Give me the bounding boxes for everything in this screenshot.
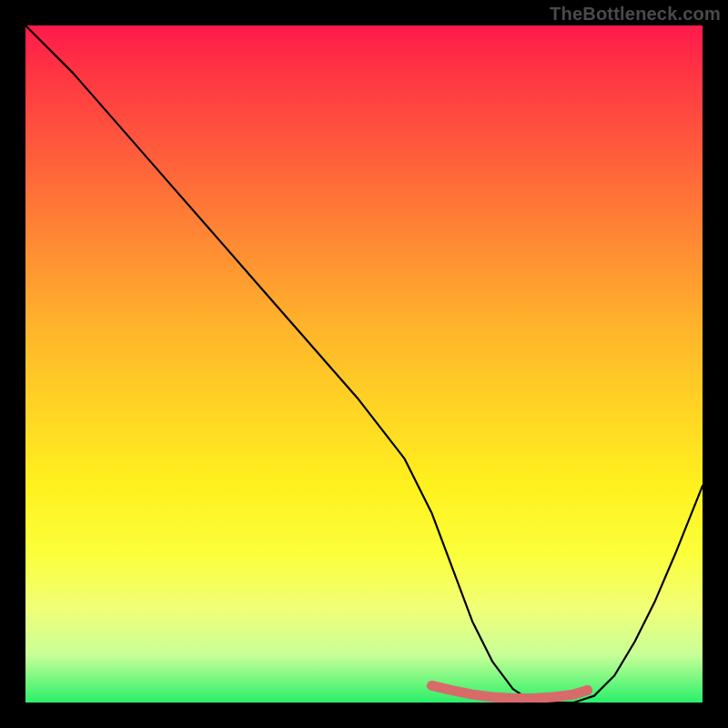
chart-frame: TheBottleneck.com: [0, 0, 728, 728]
highlight-end-dot: [582, 685, 592, 695]
plot-area: [25, 25, 703, 703]
bottleneck-curve: [25, 25, 703, 703]
highlight-segment: [431, 685, 587, 698]
watermark-text: TheBottleneck.com: [550, 4, 721, 25]
chart-svg: [25, 25, 703, 703]
